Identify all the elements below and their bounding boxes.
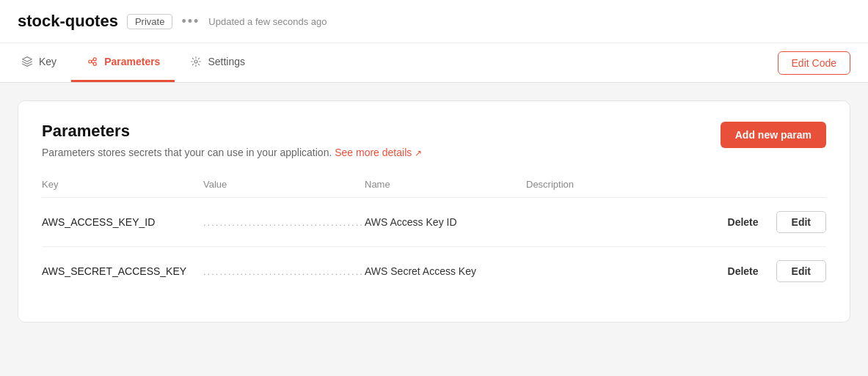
col-name: Name bbox=[365, 179, 526, 190]
description-text: Parameters stores secrets that your can … bbox=[42, 147, 332, 158]
param-key-2: AWS_SECRET_ACCESS_KEY bbox=[42, 265, 203, 277]
edit-code-button[interactable]: Edit Code bbox=[778, 51, 850, 75]
more-options-icon[interactable]: ••• bbox=[181, 14, 200, 29]
svg-line-4 bbox=[92, 62, 93, 64]
params-table: Key Value Name Description AWS_ACCESS_KE… bbox=[42, 179, 826, 295]
tab-instances-label: Key bbox=[39, 56, 56, 67]
svg-line-3 bbox=[92, 60, 93, 62]
updated-timestamp: Updated a few seconds ago bbox=[208, 16, 327, 27]
edit-button-1[interactable]: Edit bbox=[776, 211, 826, 233]
col-key: Key bbox=[42, 179, 203, 190]
param-name-1: AWS Access Key ID bbox=[365, 216, 526, 228]
tab-instances[interactable]: Key bbox=[18, 43, 71, 82]
external-link-icon: ↗ bbox=[415, 148, 422, 158]
svg-point-0 bbox=[89, 60, 92, 63]
table-header: Key Value Name Description bbox=[42, 179, 826, 198]
layers-icon bbox=[21, 55, 34, 68]
svg-point-1 bbox=[93, 58, 96, 61]
param-value-2: ........................................ bbox=[203, 266, 365, 277]
see-more-link[interactable]: See more details ↗ bbox=[335, 147, 422, 158]
card-header-left: Parameters Parameters stores secrets tha… bbox=[42, 122, 422, 158]
svg-point-5 bbox=[194, 60, 197, 63]
delete-button-2[interactable]: Delete bbox=[716, 261, 770, 281]
param-key-1: AWS_ACCESS_KEY_ID bbox=[42, 216, 203, 228]
header: stock-quotes Private ••• Updated a few s… bbox=[0, 0, 868, 43]
param-value-1: ........................................ bbox=[203, 217, 365, 228]
edit-button-2[interactable]: Edit bbox=[776, 260, 826, 282]
card-title: Parameters bbox=[42, 122, 422, 141]
card-header: Parameters Parameters stores secrets tha… bbox=[42, 122, 826, 158]
tab-parameters[interactable]: Parameters bbox=[71, 43, 175, 82]
delete-button-1[interactable]: Delete bbox=[716, 212, 770, 232]
private-badge[interactable]: Private bbox=[127, 14, 172, 29]
nav-bar: Key Parameters Settings bbox=[0, 43, 868, 83]
parameters-icon bbox=[86, 55, 99, 68]
tab-parameters-label: Parameters bbox=[104, 56, 160, 67]
param-actions-1: Delete Edit bbox=[716, 211, 826, 233]
nav-tabs: Key Parameters Settings bbox=[18, 43, 778, 82]
add-new-param-button[interactable]: Add new param bbox=[721, 122, 826, 148]
app-title: stock-quotes bbox=[18, 12, 118, 31]
param-actions-2: Delete Edit bbox=[716, 260, 826, 282]
col-description: Description bbox=[526, 179, 826, 190]
main-content: Parameters Parameters stores secrets tha… bbox=[0, 83, 868, 340]
settings-icon bbox=[189, 55, 203, 68]
table-row: AWS_SECRET_ACCESS_KEY ..................… bbox=[42, 247, 826, 295]
table-row: AWS_ACCESS_KEY_ID ......................… bbox=[42, 198, 826, 247]
col-value: Value bbox=[203, 179, 365, 190]
tab-settings-label: Settings bbox=[208, 56, 245, 67]
parameters-card: Parameters Parameters stores secrets tha… bbox=[18, 100, 850, 322]
tab-settings[interactable]: Settings bbox=[175, 43, 260, 82]
svg-point-2 bbox=[93, 62, 96, 65]
card-description: Parameters stores secrets that your can … bbox=[42, 147, 422, 158]
param-name-2: AWS Secret Access Key bbox=[365, 265, 526, 277]
